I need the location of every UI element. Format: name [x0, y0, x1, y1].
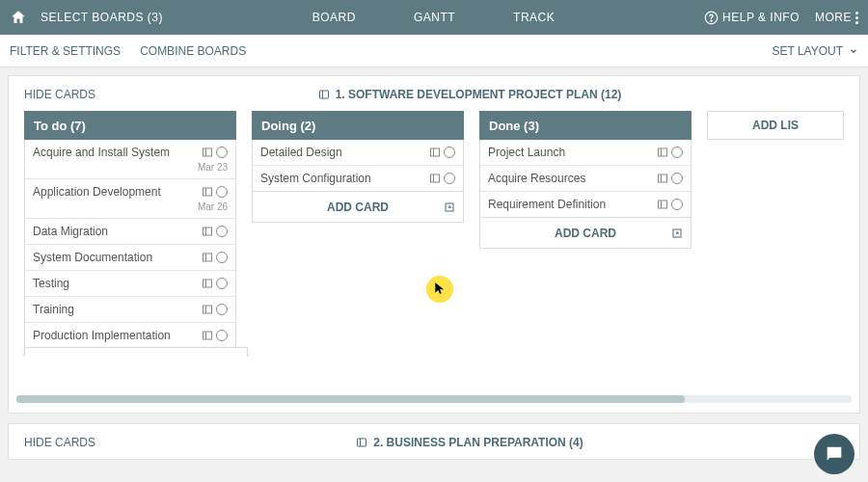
board-title: 1. SOFTWARE DEVELOPMENT PROJECT PLAN (12…: [95, 88, 844, 101]
card[interactable]: Acquire Resources: [480, 166, 691, 192]
card-board-icon: [202, 304, 213, 315]
svg-point-1: [711, 20, 712, 21]
cursor-icon: [433, 281, 447, 295]
list-header-todo[interactable]: To do (7): [24, 111, 236, 140]
svg-rect-28: [659, 201, 667, 208]
help-label: HELP & INFO: [722, 11, 800, 24]
card[interactable]: System Documentation: [25, 245, 235, 271]
select-boards-button[interactable]: SELECT BOARDS (3): [41, 11, 163, 24]
chevron-down-icon: [849, 46, 858, 56]
svg-rect-19: [431, 148, 440, 156]
status-circle-icon: [216, 304, 228, 315]
card-board-icon: [202, 226, 213, 237]
card-board-icon: [657, 147, 668, 158]
status-circle-icon: [671, 199, 683, 210]
card[interactable]: Data Migration: [25, 219, 235, 245]
status-circle-icon: [444, 173, 455, 184]
svg-rect-6: [203, 188, 212, 196]
more-dots-icon: [855, 12, 858, 24]
card-board-icon: [429, 173, 441, 184]
card-board-icon: [657, 173, 668, 184]
hide-cards-button[interactable]: HIDE CARDS: [24, 88, 95, 101]
tab-board[interactable]: BOARD: [312, 11, 356, 24]
svg-rect-12: [203, 280, 212, 287]
tab-gantt[interactable]: GANTT: [414, 11, 455, 24]
list-done: Done (3) Project Launch Acq: [479, 111, 692, 249]
board-1: HIDE CARDS 1. SOFTWARE DEVELOPMENT PROJE…: [8, 75, 860, 414]
card[interactable]: Project Launch: [480, 140, 691, 166]
status-circle-icon: [216, 186, 228, 198]
card[interactable]: Training: [25, 297, 235, 323]
card-date: Mar 23: [33, 162, 228, 173]
horizontal-scrollbar[interactable]: [16, 395, 852, 403]
sub-bar: FILTER & SETTINGS COMBINE BOARDS SET LAY…: [0, 35, 868, 67]
card-date: Mar 26: [33, 201, 228, 212]
card-board-icon: [202, 147, 213, 158]
svg-rect-16: [203, 332, 212, 339]
more-button[interactable]: MORE: [815, 11, 858, 24]
top-bar: SELECT BOARDS (3) BOARD GANTT TRACK HELP…: [0, 0, 868, 35]
open-icon: [444, 201, 455, 213]
status-circle-icon: [216, 330, 228, 341]
svg-rect-8: [203, 228, 212, 235]
hide-cards-button[interactable]: HIDE CARDS: [24, 436, 95, 449]
card[interactable]: Application Development Mar 26: [25, 179, 235, 219]
scrollbar-thumb[interactable]: [16, 395, 685, 403]
svg-rect-31: [358, 439, 366, 446]
svg-rect-4: [203, 148, 212, 156]
add-list-button[interactable]: ADD LIS: [707, 111, 844, 140]
card-board-icon: [202, 252, 213, 263]
status-circle-icon: [671, 173, 683, 184]
card-board-icon: [429, 147, 441, 158]
board-icon: [318, 89, 330, 100]
svg-rect-26: [659, 174, 667, 182]
card[interactable]: Requirement Definition: [480, 192, 691, 217]
help-icon: [704, 11, 719, 25]
card[interactable]: Acquire and Install System Mar 23: [25, 140, 235, 179]
status-circle-icon: [671, 147, 683, 158]
list-todo: To do (7) Acquire and Install System Mar…: [24, 111, 236, 349]
svg-rect-10: [203, 254, 212, 261]
card-board-icon: [657, 199, 668, 210]
combine-boards-button[interactable]: COMBINE BOARDS: [140, 44, 246, 58]
set-layout-button[interactable]: SET LAYOUT: [772, 44, 858, 58]
status-circle-icon: [216, 278, 228, 289]
status-circle-icon: [444, 147, 455, 158]
list-header-doing[interactable]: Doing (2): [252, 111, 464, 140]
list-header-done[interactable]: Done (3): [479, 111, 692, 140]
card-board-icon: [202, 186, 213, 198]
page-body: HIDE CARDS 1. SOFTWARE DEVELOPMENT PROJE…: [0, 67, 868, 482]
home-icon[interactable]: [10, 9, 27, 26]
filter-settings-button[interactable]: FILTER & SETTINGS: [10, 44, 121, 58]
board-icon: [356, 437, 367, 448]
svg-rect-2: [319, 91, 328, 98]
open-icon: [671, 228, 683, 239]
svg-rect-14: [203, 306, 212, 313]
help-button[interactable]: HELP & INFO: [704, 11, 800, 25]
add-card-button[interactable]: ADD CARD: [252, 192, 464, 223]
board-2: HIDE CARDS 2. BUSINESS PLAN PREPARATION …: [8, 423, 860, 460]
svg-rect-24: [659, 148, 667, 156]
svg-rect-21: [431, 174, 440, 182]
card-board-icon: [202, 278, 213, 289]
status-circle-icon: [216, 226, 228, 237]
card[interactable]: Production Implementation: [25, 323, 235, 348]
chat-icon: [824, 443, 845, 465]
chat-fab[interactable]: [814, 434, 854, 474]
card-board-icon: [202, 330, 213, 341]
card[interactable]: Detailed Design: [253, 140, 463, 166]
board-title: 2. BUSINESS PLAN PREPARATION (4): [95, 436, 844, 449]
set-layout-label: SET LAYOUT: [772, 44, 843, 58]
list-doing: Doing (2) Detailed Design S: [252, 111, 464, 223]
card[interactable]: System Configuration: [253, 166, 463, 191]
add-card-button[interactable]: ADD CARD: [24, 347, 248, 357]
tab-track[interactable]: TRACK: [513, 11, 555, 24]
card[interactable]: Testing: [25, 271, 235, 297]
add-card-button[interactable]: ADD CARD: [479, 218, 692, 249]
status-circle-icon: [216, 252, 228, 263]
status-circle-icon: [216, 147, 228, 158]
more-label: MORE: [815, 11, 852, 24]
